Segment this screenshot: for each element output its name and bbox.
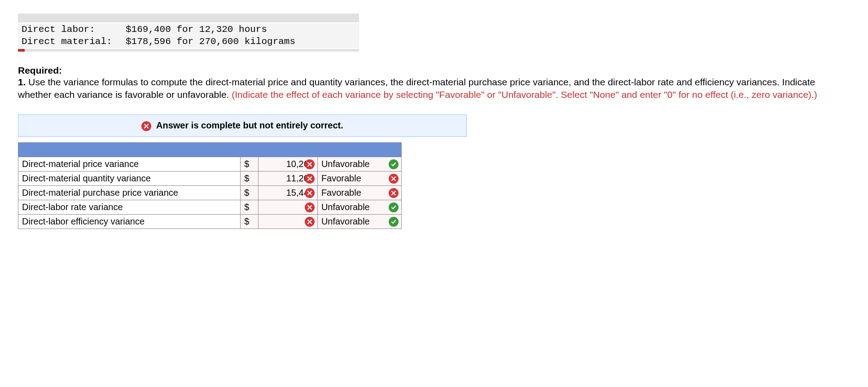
- table-row: Direct-material price variance$10,260Unf…: [18, 157, 402, 172]
- x-icon: [305, 159, 315, 169]
- info-row-labor: Direct labor: $169,400 for 12,320 hours: [18, 23, 359, 35]
- x-icon: [389, 174, 399, 184]
- variance-label: Direct-material price variance: [18, 157, 241, 172]
- variance-table: Direct-material price variance$10,260Unf…: [18, 142, 402, 229]
- favorability-value: Unfavorable: [321, 202, 370, 212]
- check-icon: [389, 202, 399, 212]
- table-row: Direct-labor rate variance$0Unfavorable: [18, 200, 402, 215]
- table-header-blue: [18, 143, 402, 157]
- amount-input[interactable]: 11,200: [258, 172, 317, 186]
- material-value: $178,596 for 270,600 kilograms: [126, 35, 295, 48]
- favorability-value: Unfavorable: [321, 216, 370, 226]
- required-title: Required:: [18, 65, 850, 76]
- x-icon: [141, 121, 151, 131]
- table-row: Direct-material purchase price variance$…: [18, 186, 402, 200]
- favorability-value: Favorable: [321, 173, 361, 183]
- currency-symbol: $: [241, 215, 259, 229]
- info-box-footer: [18, 48, 359, 52]
- favorability-select[interactable]: Unfavorable: [317, 200, 401, 215]
- table-row: Direct-labor efficiency variance$0Unfavo…: [18, 215, 402, 229]
- favorability-value: Favorable: [321, 188, 361, 198]
- amount-input[interactable]: 15,440: [258, 186, 317, 200]
- question-text: 1. Use the variance formulas to compute …: [18, 76, 850, 101]
- amount-input[interactable]: 0: [258, 200, 317, 215]
- info-row-material: Direct material: $178,596 for 270,600 ki…: [18, 35, 359, 48]
- info-box: Direct labor: $169,400 for 12,320 hours …: [18, 13, 359, 52]
- x-icon: [389, 188, 399, 198]
- material-label: Direct material:: [22, 35, 126, 48]
- x-icon: [305, 217, 315, 227]
- required-section: Required: 1. Use the variance formulas t…: [18, 65, 850, 101]
- variance-label: Direct-material purchase price variance: [18, 186, 241, 200]
- table-row: Direct-material quantity variance$11,200…: [18, 172, 402, 186]
- check-icon: [389, 217, 399, 227]
- answer-area: Answer is complete but not entirely corr…: [18, 114, 467, 229]
- amount-input[interactable]: 10,260: [258, 157, 317, 172]
- x-icon: [305, 202, 315, 212]
- check-icon: [389, 159, 399, 169]
- status-icon-wrap: [141, 121, 151, 131]
- currency-symbol: $: [241, 157, 259, 172]
- currency-symbol: $: [241, 172, 259, 186]
- status-message: Answer is complete but not entirely corr…: [156, 120, 343, 130]
- favorability-select[interactable]: Favorable: [317, 186, 401, 200]
- info-box-header: [18, 13, 359, 23]
- favorability-select[interactable]: Unfavorable: [317, 215, 401, 229]
- favorability-select[interactable]: Unfavorable: [317, 157, 401, 172]
- favorability-value: Unfavorable: [321, 159, 370, 169]
- variance-label: Direct-material quantity variance: [18, 172, 241, 186]
- currency-symbol: $: [241, 200, 259, 215]
- variance-label: Direct-labor rate variance: [18, 200, 241, 215]
- x-icon: [305, 188, 315, 198]
- question-number: 1.: [18, 77, 26, 87]
- variance-label: Direct-labor efficiency variance: [18, 215, 241, 229]
- currency-symbol: $: [241, 186, 259, 200]
- question-red-note: (Indicate the effect of each variance by…: [232, 89, 817, 100]
- favorability-select[interactable]: Favorable: [317, 172, 401, 186]
- labor-value: $169,400 for 12,320 hours: [126, 23, 267, 35]
- status-banner: Answer is complete but not entirely corr…: [18, 114, 467, 137]
- amount-input[interactable]: 0: [258, 215, 317, 229]
- x-icon: [305, 174, 315, 184]
- labor-label: Direct labor:: [22, 23, 126, 35]
